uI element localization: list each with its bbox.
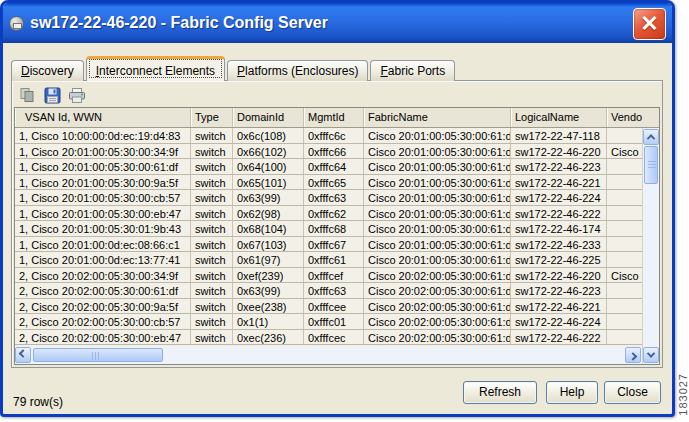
- chevron-down-icon: [647, 349, 655, 357]
- table-cell: 0x61(97): [233, 252, 304, 267]
- table-row[interactable]: 2, Cisco 20:02:00:05:30:00:61:dfswitch0x…: [15, 283, 642, 299]
- table-cell: Cisco 20:01:00:05:30:00:61:df: [364, 128, 511, 143]
- vertical-scroll-thumb[interactable]: [644, 146, 658, 184]
- table-cell: 0x64(100): [233, 159, 304, 174]
- chevron-right-icon: [629, 352, 637, 360]
- table-cell: Cisco 20:02:00:05:30:00:61:df: [364, 268, 511, 283]
- close-button[interactable]: Close: [604, 381, 661, 404]
- table-row[interactable]: 1, Cisco 20:01:00:05:30:00:9a:5fswitch0x…: [15, 175, 642, 191]
- print-icon[interactable]: [68, 86, 86, 104]
- table-cell: 1, Cisco 20:01:00:05:30:00:34:9f: [15, 144, 191, 159]
- window-title: sw172-22-46-220 - Fabric Config Server: [30, 14, 328, 32]
- table-cell: sw172-22-46-223: [511, 283, 607, 298]
- table-cell: 0xfffc68: [304, 221, 364, 236]
- table-cell: sw172-22-46-224: [511, 314, 607, 329]
- fabric-config-server-dialog: sw172-22-46-220 - Fabric Config Server ✕…: [0, 0, 675, 417]
- column-header[interactable]: Vendo: [607, 108, 659, 127]
- table-cell: switch: [191, 144, 233, 159]
- column-header[interactable]: FabricName: [364, 108, 511, 127]
- tab-bar: DiscoveryInterconnect ElementsPlatforms …: [11, 58, 457, 81]
- titlebar[interactable]: sw172-22-46-220 - Fabric Config Server ✕: [3, 3, 672, 43]
- table-cell: Cisco Sy: [607, 268, 642, 283]
- save-icon[interactable]: [43, 86, 61, 104]
- tab-platforms-enclosures[interactable]: Platforms (Enclosures): [227, 60, 368, 81]
- table-cell: 0x63(99): [233, 283, 304, 298]
- table-cell: 0xfffc67: [304, 237, 364, 252]
- table-cell: [607, 299, 642, 314]
- table-cell: Cisco 20:01:00:05:30:00:61:df: [364, 237, 511, 252]
- table-row[interactable]: 1, Cisco 10:00:00:0d:ec:19:d4:83switch0x…: [15, 128, 642, 144]
- tab-discovery[interactable]: Discovery: [11, 60, 84, 81]
- table-row[interactable]: 1, Cisco 20:01:00:05:30:01:9b:43switch0x…: [15, 221, 642, 237]
- table-cell: Cisco 20:01:00:05:30:00:61:df: [364, 159, 511, 174]
- table-cell: [607, 283, 642, 298]
- refresh-button[interactable]: Refresh: [463, 381, 537, 404]
- table-cell: [607, 314, 642, 329]
- table-cell: switch: [191, 159, 233, 174]
- table-cell: Cisco 20:02:00:05:30:00:61:df: [364, 330, 511, 345]
- table-cell: Cisco 20:01:00:05:30:00:61:df: [364, 252, 511, 267]
- table-cell: 1, Cisco 20:01:00:05:30:00:eb:47: [15, 206, 191, 221]
- chevron-left-icon: [19, 349, 27, 357]
- table-row[interactable]: 1, Cisco 20:01:00:05:30:00:34:9fswitch0x…: [15, 144, 642, 160]
- row-count-status: 79 row(s): [13, 395, 63, 409]
- column-header[interactable]: MgmtId: [304, 108, 364, 127]
- table-cell: sw172-22-46-222: [511, 330, 607, 345]
- table-cell: 2, Cisco 20:02:00:05:30:00:eb:47: [15, 330, 191, 345]
- horizontal-scrollbar[interactable]: [15, 347, 642, 364]
- toolbar: [14, 83, 660, 107]
- table-cell: 0xfffc01: [304, 314, 364, 329]
- table-cell: 0x1(1): [233, 314, 304, 329]
- table-row[interactable]: 2, Cisco 20:02:00:05:30:00:34:9fswitch0x…: [15, 268, 642, 284]
- table-cell: switch: [191, 221, 233, 236]
- table-cell: 0xfffc63: [304, 190, 364, 205]
- tab-interconnect-elements[interactable]: Interconnect Elements: [86, 56, 225, 81]
- table-cell: 0xfffc62: [304, 206, 364, 221]
- table-cell: [607, 128, 642, 143]
- table-cell: Cisco 20:01:00:05:30:00:61:df: [364, 190, 511, 205]
- scroll-down-button[interactable]: [643, 347, 659, 363]
- table-row[interactable]: 1, Cisco 20:01:00:05:30:00:cb:57switch0x…: [15, 190, 642, 206]
- table-cell: switch: [191, 206, 233, 221]
- help-button[interactable]: Help: [546, 381, 598, 404]
- table-cell: Cisco 20:01:00:05:30:00:61:df: [364, 221, 511, 236]
- column-header[interactable]: Type: [191, 108, 233, 127]
- copy-icon[interactable]: [18, 86, 36, 104]
- scroll-up-button[interactable]: [643, 129, 659, 145]
- table-row[interactable]: 1, Cisco 20:01:00:0d:ec:13:77:41switch0x…: [15, 252, 642, 268]
- table-row[interactable]: 1, Cisco 20:01:00:0d:ec:08:66:c1switch0x…: [15, 237, 642, 253]
- table-cell: [607, 252, 642, 267]
- table-row[interactable]: 1, Cisco 20:01:00:05:30:00:61:dfswitch0x…: [15, 159, 642, 175]
- table-row[interactable]: 1, Cisco 20:01:00:05:30:00:eb:47switch0x…: [15, 206, 642, 222]
- table-cell: sw172-22-46-225: [511, 252, 607, 267]
- close-window-button[interactable]: ✕: [633, 8, 666, 40]
- column-header[interactable]: LogicalName: [511, 108, 607, 127]
- table-cell: Cisco 20:02:00:05:30:00:61:df: [364, 299, 511, 314]
- table-cell: switch: [191, 128, 233, 143]
- table-row[interactable]: 2, Cisco 20:02:00:05:30:00:cb:57switch0x…: [15, 314, 642, 330]
- table-cell: switch: [191, 314, 233, 329]
- table-cell: switch: [191, 252, 233, 267]
- table-cell: [607, 175, 642, 190]
- interconnect-table: VSAN Id, WWNTypeDomainIdMgmtIdFabricName…: [14, 107, 660, 365]
- vertical-scrollbar[interactable]: [642, 128, 659, 364]
- table-cell: 0xfffc65: [304, 175, 364, 190]
- table-cell: 0x68(104): [233, 221, 304, 236]
- table-row[interactable]: 2, Cisco 20:02:00:05:30:00:9a:5fswitch0x…: [15, 299, 642, 315]
- table-cell: 1, Cisco 20:01:00:0d:ec:08:66:c1: [15, 237, 191, 252]
- horizontal-scroll-thumb[interactable]: [33, 348, 163, 362]
- table-cell: 0x65(101): [233, 175, 304, 190]
- column-header[interactable]: VSAN Id, WWN: [15, 108, 191, 127]
- column-header[interactable]: DomainId: [233, 108, 304, 127]
- table-cell: [607, 330, 642, 345]
- table-cell: sw172-22-47-118: [511, 128, 607, 143]
- table-cell: 0x6c(108): [233, 128, 304, 143]
- table-cell: 0xec(236): [233, 330, 304, 345]
- scroll-right-button[interactable]: [625, 347, 641, 363]
- table-cell: 2, Cisco 20:02:00:05:30:00:61:df: [15, 283, 191, 298]
- table-cell: 0xfffc63: [304, 283, 364, 298]
- table-cell: switch: [191, 190, 233, 205]
- scroll-left-button[interactable]: [15, 347, 31, 363]
- tab-fabric-ports[interactable]: Fabric Ports: [370, 60, 455, 81]
- table-row[interactable]: 2, Cisco 20:02:00:05:30:00:eb:47switch0x…: [15, 330, 642, 346]
